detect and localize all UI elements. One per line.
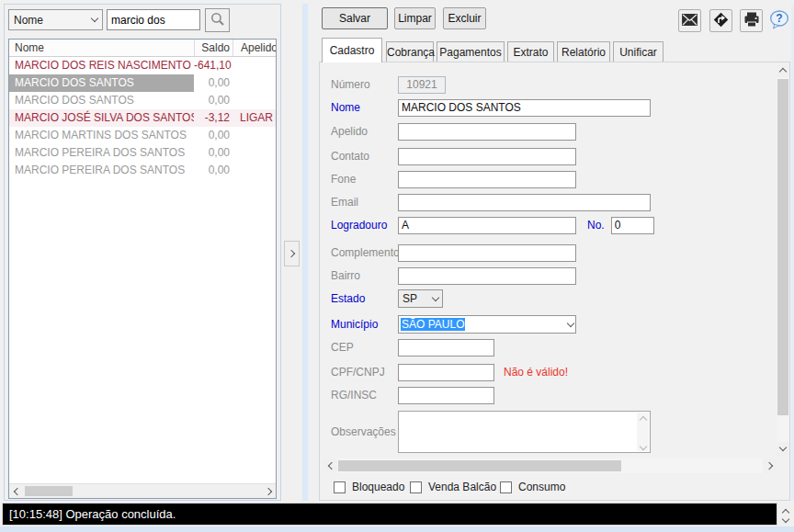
tab-extrato[interactable]: Extrato: [507, 41, 554, 62]
search-results-panel: Nome Nome Saldo Apelido MARCIO DOS REIS …: [4, 4, 281, 501]
bloqueado-label: Bloqueado: [352, 481, 404, 493]
row-apelido: [233, 144, 276, 162]
numero-label: Número: [331, 78, 398, 91]
scroll-thumb[interactable]: [25, 486, 73, 496]
navigate-button[interactable]: [709, 9, 732, 32]
observacoes-textarea[interactable]: [398, 411, 651, 453]
contato-field[interactable]: [398, 148, 576, 165]
textarea-scrollbar[interactable]: [637, 413, 649, 451]
table-row[interactable]: MARCIO PEREIRA DOS SANTOS 0,00: [9, 144, 276, 162]
logradouro-field[interactable]: [398, 217, 576, 234]
checkbox-icon: [410, 481, 422, 493]
tab-cadastro[interactable]: Cadastro: [322, 38, 382, 62]
form-hscrollbar[interactable]: [323, 458, 777, 473]
column-header-saldo[interactable]: Saldo: [194, 40, 233, 56]
logradouro-label: Logradouro: [331, 219, 398, 232]
cpf-cnpj-field[interactable]: [398, 364, 494, 381]
scroll-left-button[interactable]: [323, 458, 337, 473]
column-header-apelido[interactable]: Apelido: [233, 40, 276, 56]
rg-insc-label: RG/INSC: [331, 389, 398, 402]
email-label: Email: [331, 196, 398, 209]
row-saldo: -641,10: [194, 57, 233, 74]
help-button[interactable]: ?: [767, 9, 790, 32]
splitter-collapse-button[interactable]: [284, 241, 300, 266]
rg-insc-field[interactable]: [398, 387, 494, 404]
save-button[interactable]: Salvar: [322, 7, 388, 29]
clear-button[interactable]: Limpar: [394, 7, 436, 29]
table-row[interactable]: MARCIO DOS REIS NASCIMENTO -641,10: [9, 57, 276, 74]
estado-dropdown[interactable]: SP: [398, 289, 443, 308]
scroll-left-button[interactable]: [9, 484, 23, 498]
row-saldo: 0,00: [194, 92, 233, 109]
nome-field[interactable]: [398, 99, 651, 117]
results-table: Nome Saldo Apelido MARCIO DOS REIS NASCI…: [8, 39, 277, 499]
bairro-field[interactable]: [398, 267, 576, 285]
scroll-down-button[interactable]: [777, 442, 789, 456]
search-button[interactable]: [205, 8, 230, 32]
scroll-up-button[interactable]: [777, 63, 789, 77]
magnifier-icon: [210, 12, 225, 29]
chevron-down-icon: [432, 293, 439, 300]
tab-relatorio[interactable]: Relatório: [557, 41, 610, 62]
scroll-thumb[interactable]: [338, 460, 621, 471]
fone-field[interactable]: [398, 171, 576, 188]
table-row-selected[interactable]: MARCIO DOS SANTOS 0,00: [9, 74, 276, 92]
bairro-label: Bairro: [331, 269, 398, 282]
consumo-label: Consumo: [518, 481, 565, 493]
contato-label: Contato: [331, 150, 398, 163]
consumo-checkbox[interactable]: Consumo: [500, 481, 565, 493]
scroll-thumb[interactable]: [777, 79, 788, 415]
chevron-down-icon: [782, 515, 789, 523]
tab-unificar[interactable]: Unificar: [613, 41, 664, 62]
scroll-right-button[interactable]: [262, 484, 276, 498]
navigate-icon: [712, 11, 730, 31]
observacoes-label: Observações: [331, 425, 398, 438]
window-bottom-edge: [0, 526, 794, 532]
status-text: [10:15:48] Operação concluída.: [9, 507, 176, 521]
row-saldo: 0,00: [194, 74, 233, 92]
print-button[interactable]: [740, 9, 763, 32]
detail-panel: Salvar Limpar Excluir: [307, 4, 791, 501]
email-field[interactable]: [398, 194, 651, 211]
table-row[interactable]: MARCIO PEREIRA DOS SANTOS 0,00: [9, 162, 276, 179]
row-saldo: 0,00: [194, 127, 233, 144]
column-header-nome[interactable]: Nome: [9, 40, 194, 56]
bloqueado-checkbox[interactable]: Bloqueado: [334, 481, 404, 493]
numero-endereco-field[interactable]: [611, 217, 654, 234]
cpf-cnpj-label: CPF/CNPJ: [331, 366, 398, 379]
chevron-down-icon: [91, 15, 98, 22]
municipio-dropdown[interactable]: SÃO PAULO: [398, 315, 576, 334]
cep-label: CEP: [331, 341, 398, 354]
row-apelido: [233, 74, 276, 92]
search-field-dropdown[interactable]: Nome: [8, 9, 103, 30]
row-name: MARCIO PEREIRA DOS SANTOS: [9, 144, 194, 162]
chevron-down-icon: [639, 443, 646, 450]
chevron-down-icon: [567, 319, 574, 326]
mail-button[interactable]: [678, 9, 701, 32]
complemento-field[interactable]: [398, 244, 576, 262]
row-saldo: -3,12: [194, 109, 233, 127]
status-log-scroller[interactable]: [779, 504, 792, 525]
list-hscrollbar[interactable]: [9, 483, 276, 498]
scroll-right-button[interactable]: [763, 458, 777, 473]
tab-pagamentos[interactable]: Pagamentos: [437, 41, 505, 62]
search-input[interactable]: [107, 9, 200, 30]
tab-cobranca[interactable]: Cobrança: [386, 41, 434, 62]
apelido-field[interactable]: [398, 123, 576, 141]
search-field-value: Nome: [14, 14, 43, 27]
venda-balcao-checkbox[interactable]: Venda Balcão: [410, 481, 496, 493]
svg-text:?: ?: [776, 12, 782, 25]
complemento-label: Complemento: [331, 246, 398, 259]
delete-button[interactable]: Excluir: [443, 7, 486, 29]
venda-balcao-label: Venda Balcão: [428, 481, 496, 493]
form-vscrollbar[interactable]: [777, 63, 789, 456]
table-row[interactable]: MARCIO JOSÉ SILVA DOS SANTOS -3,12 LIGAR…: [9, 109, 276, 127]
numero-endereco-label: No.: [587, 219, 605, 232]
cep-field[interactable]: [398, 339, 494, 357]
mail-icon: [682, 14, 698, 28]
municipio-value: SÃO PAULO: [401, 318, 465, 331]
cpf-error-text: Não é válido!: [504, 366, 568, 379]
table-row[interactable]: MARCIO MARTINS DOS SANTOS 0,00: [9, 127, 276, 144]
table-row[interactable]: MARCIO DOS SANTOS 0,00: [9, 92, 276, 109]
chevron-right-icon: [287, 250, 294, 257]
